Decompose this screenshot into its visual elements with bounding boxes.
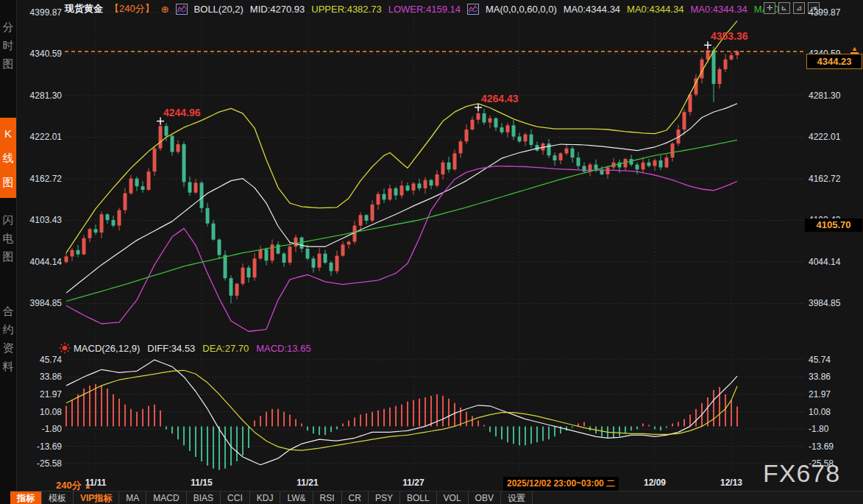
toolbar-button-指标[interactable]: 指标: [10, 491, 42, 504]
y-axis-label-right: 4222.01: [809, 132, 860, 142]
sidebar-tab-char: 图: [3, 170, 14, 194]
sidebar-tab-char: 线: [3, 146, 14, 170]
circle-plus-icon[interactable]: ⊕: [161, 4, 169, 14]
macd-axis-label-left: 33.86: [13, 372, 62, 382]
macd-axis-label-right: 33.86: [809, 372, 860, 382]
toolbar-button-obv[interactable]: OBV: [469, 491, 501, 504]
toolbar-button-vip指标[interactable]: VIP指标: [74, 491, 119, 504]
x-axis-label: 12/09: [644, 478, 666, 488]
indicator-toolbar: 指标模板VIP指标MAMACDBIASCCIKDJLW&RSICRPSYBOLL…: [10, 491, 863, 504]
fx678-watermark: FX678: [763, 459, 840, 488]
period-label: 【240分】: [110, 2, 155, 15]
macd-axis-label-left: 45.74: [13, 355, 62, 365]
secondary-price-tag: 4105.70: [805, 219, 862, 232]
symbol-name: 现货黄金: [65, 2, 103, 15]
axis-right-chart-icon[interactable]: ⊿: [793, 2, 805, 14]
x-axis-label: 11/27: [402, 478, 424, 488]
macd-axis-label-left: -13.69: [13, 441, 62, 452]
y-axis-label-right: 4399.87: [809, 7, 860, 18]
y-axis-label-right: 4162.72: [809, 174, 860, 184]
macd-legend: MACD(26,12,9)DIFF:34.53DEA:27.70MACD:13.…: [74, 343, 311, 354]
y-axis-label-left: 4162.72: [13, 174, 62, 184]
macd-axis-label-left: -25.58: [13, 458, 62, 469]
y-axis-label-left: 4399.87: [13, 7, 62, 18]
sidebar-tab-1[interactable]: 分时图: [0, 18, 16, 73]
boll-lower-value: LOWER:4159.14: [388, 4, 461, 15]
y-axis-label-left: 4044.14: [13, 257, 62, 267]
y-axis-label-left: 4340.59: [13, 49, 62, 59]
toolbar-button-cci[interactable]: CCI: [221, 491, 250, 504]
svg-text:4244.96: 4244.96: [163, 107, 201, 118]
sidebar-tab-2[interactable]: K线图: [0, 118, 16, 198]
y-axis-label-right: 4044.14: [809, 257, 860, 267]
macd-axis-label-left: 10.08: [13, 407, 62, 417]
sidebar-tab-char: 时: [3, 36, 14, 54]
y-axis-label-right: 4281.30: [809, 90, 860, 101]
macd-axis-label-right: 45.74: [809, 355, 860, 365]
svg-text:4353.36: 4353.36: [711, 30, 748, 42]
toolbar-button-rsi[interactable]: RSI: [313, 491, 342, 504]
diff-value: DIFF:34.53: [147, 343, 195, 354]
hover-date-tooltip: 2025/12/02 23:00~03:00 二: [503, 477, 619, 491]
scroll-to-latest-icon[interactable]: ▲: [850, 46, 859, 54]
y-axis-label-left: 4222.01: [13, 132, 62, 142]
toolbar-button-cr[interactable]: CR: [342, 491, 369, 504]
macd-axis-label-right: 10.08: [809, 407, 860, 417]
toolbar-button-vol[interactable]: VOL: [437, 491, 469, 504]
svg-text:4264.43: 4264.43: [481, 93, 519, 104]
main-chart[interactable]: 4244.964264.434353.36: [0, 0, 863, 504]
sidebar-tab-char: 分: [3, 18, 14, 36]
toolbar-button-lw&[interactable]: LW&: [280, 491, 313, 504]
period-value: 240分: [56, 480, 82, 491]
boll-params: BOLL(20,2): [194, 4, 244, 15]
x-axis-label: 12/13: [720, 478, 742, 488]
sidebar-tab-char: 料: [3, 357, 14, 375]
y-axis-label-left: 3984.85: [13, 298, 62, 308]
toolbar-button-kdj[interactable]: KDJ: [250, 491, 281, 504]
sidebar-tab-char: K: [4, 121, 12, 146]
crosshair-tool-icon[interactable]: ✛: [764, 2, 775, 14]
ma0-value-1: MA0:4344.34: [564, 4, 620, 15]
macd-axis-label-right: -1.80: [809, 424, 860, 434]
sidebar-tab-char: 电: [3, 229, 14, 247]
boll-upper-value: UPPER:4382.73: [311, 4, 381, 15]
ma0-value-2: MA0:4344.34: [627, 4, 683, 15]
boll-mid-value: MID:4270.93: [250, 4, 305, 15]
axis-left-chart-icon[interactable]: ⊾: [778, 2, 790, 14]
macd-axis-label-left: -1.80: [13, 424, 62, 434]
indicator-alert-icon[interactable]: [59, 342, 71, 354]
x-axis-label: 11/15: [191, 478, 212, 488]
sidebar-tab-char: 合: [3, 302, 14, 320]
toolbar-button-macd[interactable]: MACD: [146, 491, 186, 504]
sidebar-tab-char: 闪: [3, 210, 14, 229]
y-axis-label-left: 4281.30: [13, 90, 62, 101]
macd-histogram: [66, 384, 737, 470]
sidebar-tab-char: 图: [3, 247, 14, 266]
macd-axis-label-right: 21.97: [809, 389, 860, 400]
macd-axis-label-left: 21.97: [13, 389, 62, 400]
sidebar-tab-char: 资: [3, 338, 14, 357]
sidebar-tab-char: 图: [3, 54, 14, 73]
sidebar-tab-char: 约: [3, 320, 14, 338]
macd-axis-label-right: -13.69: [809, 441, 860, 452]
toolbar-button-模板[interactable]: 模板: [42, 491, 74, 504]
toolbar-button-bias[interactable]: BIAS: [187, 491, 221, 504]
current-price-tag: 4344.23: [806, 54, 862, 69]
toolbar-button-psy[interactable]: PSY: [369, 491, 400, 504]
indicator-chart-icon[interactable]: [176, 4, 188, 15]
y-axis-label-right: 3984.85: [809, 298, 860, 308]
x-axis-label: 11/21: [296, 478, 318, 488]
toolbar-button-设置[interactable]: 设置: [501, 491, 533, 504]
toolbar-button-ma[interactable]: MA: [119, 491, 146, 504]
period-dropdown-icon[interactable]: ▲: [84, 482, 91, 490]
dea-value: DEA:27.70: [202, 343, 249, 354]
macd-params: MACD(26,12,9): [74, 343, 140, 354]
ma0-value-3: MA0:4344.34: [690, 4, 747, 15]
candles-layer: [65, 45, 739, 303]
y-axis-label-left: 4103.43: [13, 215, 62, 225]
indicator-chart-icon[interactable]: [467, 4, 479, 15]
indicator-legend: 现货黄金【240分】⊕BOLL(20,2)MID:4270.93UPPER:43…: [65, 2, 787, 15]
price-markers: 4244.964264.434353.36: [157, 30, 748, 124]
toolbar-button-boll[interactable]: BOLL: [400, 491, 437, 504]
macd-value: MACD:13.65: [256, 343, 310, 354]
